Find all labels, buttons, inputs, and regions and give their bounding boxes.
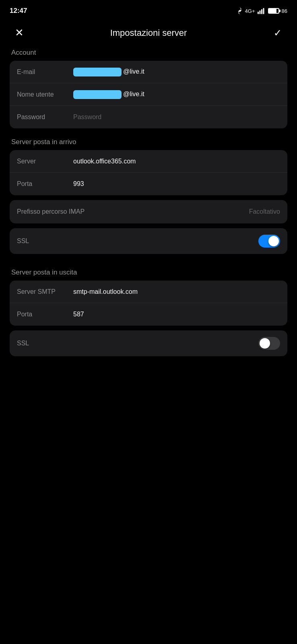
page-header: ✕ Impostazioni server ✓ <box>0 20 297 49</box>
outbound-section-title: Server posta in uscita <box>10 268 287 277</box>
status-time: 12:47 <box>10 7 27 15</box>
svg-rect-1 <box>259 10 260 14</box>
inbound-server-row[interactable]: Server outlook.office365.com <box>10 150 287 173</box>
outbound-port-value: 587 <box>73 311 280 318</box>
password-label: Password <box>17 114 73 121</box>
email-blur-block <box>73 68 122 76</box>
outbound-ssl-toggle[interactable] <box>258 337 280 350</box>
imap-prefix-row[interactable]: Prefisso percorso IMAP Facoltativo <box>10 200 287 223</box>
confirm-button[interactable]: ✓ <box>270 27 286 39</box>
username-label: Nome utente <box>17 91 73 98</box>
inbound-ssl-label: SSL <box>17 237 258 245</box>
inbound-port-row[interactable]: Porta 993 <box>10 173 287 195</box>
close-button[interactable]: ✕ <box>11 27 27 39</box>
inbound-section-title: Server posta in arrivo <box>10 138 287 146</box>
imap-prefix-placeholder: Facoltativo <box>249 208 280 215</box>
outbound-server-section: Server posta in uscita Server SMTP smtp-… <box>0 268 297 371</box>
outbound-ssl-row: SSL <box>10 330 287 356</box>
inbound-port-value: 993 <box>73 180 280 188</box>
account-form-card: E-mail @live.it Nome utente @live.it Pas… <box>10 61 287 128</box>
status-icons: 4G+ 86 <box>237 7 287 14</box>
svg-rect-0 <box>258 12 259 14</box>
email-value-blurred: @live.it <box>73 68 144 76</box>
outbound-ssl-label: SSL <box>17 340 258 347</box>
svg-rect-3 <box>263 8 264 14</box>
outbound-port-label: Porta <box>17 311 73 318</box>
inbound-server-value: outlook.office365.com <box>73 158 280 165</box>
password-placeholder: Password <box>73 114 280 121</box>
page-title: Impostazioni server <box>110 28 187 38</box>
inbound-server-section: Server posta in arrivo Server outlook.of… <box>0 138 297 268</box>
inbound-form-card: Server outlook.office365.com Porta 993 <box>10 150 287 195</box>
bluetooth-icon <box>237 7 243 14</box>
username-blur-block <box>73 90 122 99</box>
battery-icon <box>268 8 279 14</box>
outbound-smtp-label: Server SMTP <box>17 288 73 295</box>
inbound-ssl-knob <box>268 236 279 246</box>
password-row[interactable]: Password Password <box>10 106 287 128</box>
email-label: E-mail <box>17 68 73 76</box>
battery-level: 86 <box>282 8 287 14</box>
account-section: Account E-mail @live.it Nome utente @liv… <box>0 49 297 138</box>
inbound-port-label: Porta <box>17 180 73 188</box>
outbound-ssl-knob <box>260 338 270 349</box>
email-row: E-mail @live.it <box>10 61 287 83</box>
username-row: Nome utente @live.it <box>10 83 287 106</box>
inbound-server-label: Server <box>17 158 73 165</box>
outbound-form-card: Server SMTP smtp-mail.outlook.com Porta … <box>10 281 287 326</box>
outbound-port-row[interactable]: Porta 587 <box>10 303 287 326</box>
outbound-smtp-row[interactable]: Server SMTP smtp-mail.outlook.com <box>10 281 287 303</box>
username-value-blurred: @live.it <box>73 90 144 99</box>
inbound-ssl-toggle[interactable] <box>258 235 280 248</box>
signal-bars-icon <box>258 8 266 14</box>
status-bar: 12:47 4G+ 86 <box>0 0 297 20</box>
imap-prefix-card[interactable]: Prefisso percorso IMAP Facoltativo <box>10 200 287 223</box>
imap-prefix-label: Prefisso percorso IMAP <box>17 208 249 215</box>
svg-rect-2 <box>261 9 262 14</box>
network-type: 4G+ <box>245 8 255 14</box>
outbound-smtp-value: smtp-mail.outlook.com <box>73 288 280 295</box>
inbound-ssl-row: SSL <box>10 228 287 254</box>
account-section-title: Account <box>10 49 287 57</box>
